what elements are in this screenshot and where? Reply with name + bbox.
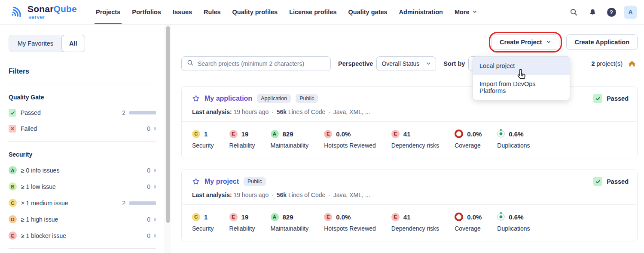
search-input[interactable] [198, 60, 325, 67]
favorite-star-icon[interactable] [192, 95, 200, 102]
coverage-ring-icon [455, 130, 463, 138]
brand-qube: Qube [54, 4, 77, 14]
metric-hotspots[interactable]: E0.0% Hotspots Reviewed [324, 212, 376, 232]
metric-dependency-risks[interactable]: E41 Dependency risks [391, 212, 439, 232]
filter-bar [129, 111, 156, 114]
nav-item-issues[interactable]: Issues [173, 0, 192, 24]
metric-hotspots[interactable]: E0.0% Hotspots Reviewed [324, 129, 376, 149]
scrollbar-thumb[interactable] [166, 26, 170, 223]
metric-maintainability[interactable]: A829 Maintainability [271, 129, 309, 149]
rating-e-badge: E [229, 130, 238, 138]
failed-x-icon: ✕ [9, 125, 16, 133]
red-annotation-highlight: Create Project [489, 32, 562, 52]
filter-row-high-issue[interactable]: D ≥ 1 high issue 0 [9, 215, 156, 223]
metric-security[interactable]: C1 Security [192, 129, 214, 149]
filter-row-failed[interactable]: ✕ Failed 0 [9, 125, 156, 133]
notifications-bell-icon[interactable] [586, 6, 599, 19]
rating-b-badge: B [9, 182, 17, 191]
metric-maintainability[interactable]: A829 Maintainability [271, 212, 309, 232]
nav-right-cluster: ? A [567, 6, 637, 19]
sonar-wave-icon [9, 3, 24, 21]
project-list: My application Application Public Passed… [181, 86, 638, 241]
chevron-down-icon [472, 9, 477, 15]
filter-row-info-issues[interactable]: A ≥ 0 info issues 0 [9, 166, 156, 174]
chevron-down-icon [546, 39, 551, 46]
project-title-link[interactable]: My project [204, 178, 239, 185]
sonarqube-logo[interactable]: SonarQube server [9, 3, 77, 21]
metric-duplications[interactable]: 0.6% Duplications [497, 129, 530, 149]
passed-check-icon [593, 177, 602, 186]
hand-cursor-icon [515, 68, 527, 83]
metric-coverage[interactable]: 0.0% Coverage [455, 129, 482, 149]
metric-duplications[interactable]: 0.6% Duplications [497, 212, 530, 232]
coverage-ring-icon [455, 213, 463, 221]
rating-a-badge: A [271, 213, 279, 221]
nav-item-portfolios[interactable]: Portfolios [132, 0, 161, 24]
filter-bar [154, 218, 156, 221]
nav-item-quality-profiles[interactable]: Quality profiles [232, 0, 278, 24]
create-project-button[interactable]: Create Project [491, 34, 559, 50]
nav-item-projects[interactable]: Projects [96, 0, 120, 24]
project-count: 2 project(s) [591, 60, 623, 67]
rating-a-badge: A [271, 130, 279, 138]
favorite-star-icon[interactable] [192, 178, 200, 185]
actions-row: Create Project Create Application [181, 32, 638, 52]
rating-d-badge: D [9, 215, 17, 223]
metric-reliability[interactable]: E19 Reliability [229, 212, 255, 232]
public-badge: Public [244, 177, 266, 186]
public-badge: Public [296, 94, 318, 103]
last-analysis-line: Last analysis: 19 hours ago · 56k Lines … [192, 191, 629, 198]
project-search [181, 56, 331, 71]
user-avatar[interactable]: A [624, 6, 637, 19]
filter-row-passed[interactable]: Passed 2 [9, 109, 156, 117]
filter-row-medium-issue[interactable]: C ≥ 1 medium issue 2 [9, 199, 156, 207]
main-menu: Projects Portfolios Issues Rules Quality… [96, 0, 477, 24]
filter-bar [154, 234, 156, 238]
rating-a-badge: A [9, 166, 17, 174]
last-analysis-line: Last analysis: 19 hours ago · 56k Lines … [192, 108, 629, 115]
project-title-link[interactable]: My application [204, 95, 252, 102]
favorites-toggle: My Favorites All [9, 35, 85, 52]
sort-by-label: Sort by [443, 60, 465, 67]
filter-row-low-issue[interactable]: B ≥ 1 low issue 0 [9, 182, 156, 191]
create-application-button[interactable]: Create Application [566, 34, 638, 50]
top-navigation: SonarQube server Projects Portfolios Iss… [0, 0, 644, 25]
nav-item-more[interactable]: More [455, 0, 477, 24]
metric-dependency-risks[interactable]: E41 Dependency risks [391, 129, 439, 149]
nav-item-administration[interactable]: Administration [399, 0, 443, 24]
quality-gate-status: Passed [593, 177, 629, 186]
filter-count: 0 [145, 167, 150, 174]
nav-item-license-profiles[interactable]: License profiles [289, 0, 336, 24]
rating-c-badge: C [9, 199, 17, 207]
status-label: Passed [607, 178, 629, 185]
filter-row-blocker-issue[interactable]: E ≥ 1 blocker issue 0 [9, 231, 156, 240]
brand-server: server [28, 14, 77, 20]
divider [9, 141, 156, 142]
metric-reliability[interactable]: E19 Reliability [229, 129, 255, 149]
help-icon[interactable]: ? [605, 6, 618, 19]
rating-c-badge: C [192, 130, 200, 138]
security-section-title: Security [9, 151, 156, 158]
nav-item-quality-gates[interactable]: Quality gates [348, 0, 388, 24]
metric-coverage[interactable]: 0.0% Coverage [455, 212, 482, 232]
home-icon[interactable] [628, 60, 636, 68]
toggle-all[interactable]: All [61, 35, 85, 52]
filter-bar [154, 169, 156, 172]
perspective-label: Perspective [338, 60, 373, 67]
rating-e-badge: E [391, 213, 400, 221]
status-label: Passed [607, 95, 629, 102]
perspective-select[interactable]: Overall Status [376, 56, 436, 71]
sidebar-scrollbar[interactable] [165, 25, 171, 253]
application-badge: Application [257, 94, 291, 103]
metric-security[interactable]: C1 Security [192, 212, 214, 232]
chevron-down-icon [426, 60, 431, 67]
passed-check-icon [593, 94, 602, 103]
quality-gate-status: Passed [593, 94, 629, 103]
nav-item-rules[interactable]: Rules [204, 0, 221, 24]
create-project-dropdown-menu: Local project Import from DevOps Platfor… [473, 56, 570, 100]
search-icon[interactable] [567, 6, 580, 19]
toggle-my-favorites[interactable]: My Favorites [9, 35, 62, 52]
filter-count: 0 [145, 183, 150, 190]
filter-count: 2 [120, 109, 125, 116]
filter-count: 0 [145, 125, 150, 132]
